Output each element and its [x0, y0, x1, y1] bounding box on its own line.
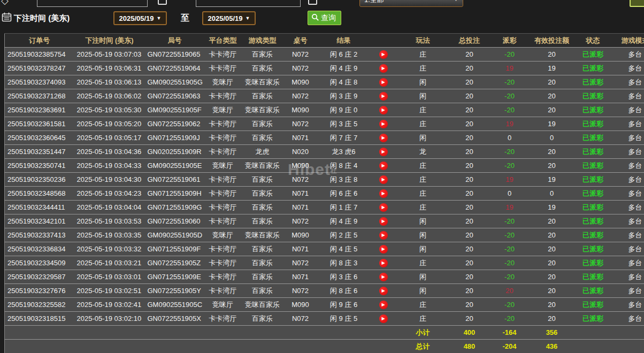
valid-bet-cell: 19	[530, 201, 574, 214]
replay-cell: ▶	[371, 270, 396, 284]
platform-cell: 竞咪厅	[205, 298, 241, 312]
order-cell: 250519032344411	[5, 201, 74, 214]
game-cell: 百家乐	[241, 62, 284, 75]
time-cell: 2025-05-19 03:05:17	[74, 131, 145, 145]
play-icon[interactable]: ▶	[379, 50, 388, 59]
platform-cell: 卡卡湾厅	[205, 173, 241, 187]
game-cell: 百家乐	[241, 242, 284, 256]
play-icon[interactable]: ▶	[379, 314, 388, 323]
play-icon[interactable]: ▶	[379, 217, 388, 226]
table-row: 250519032350741 2025-05-19 03:04:33 GM09…	[5, 159, 644, 173]
payout-cell: -20	[489, 312, 530, 326]
platform-cell: 卡卡湾厅	[205, 187, 241, 201]
time-cell: 2025-05-19 03:07:03	[74, 48, 145, 62]
play-type-cell: 庄	[396, 256, 450, 270]
mode-cell: 多台	[612, 312, 644, 326]
round-cell: GN0712551909E	[145, 270, 205, 284]
play-icon[interactable]: ▶	[379, 162, 388, 170]
result-cell: 闲 9 庄 0	[317, 103, 371, 117]
round-cell: GM0902551905G	[145, 75, 205, 89]
payout-cell: 20	[489, 284, 530, 298]
col-order: 订单号	[5, 34, 74, 48]
total-valid: 436	[530, 340, 574, 353]
play-icon[interactable]: ▶	[379, 92, 388, 101]
valid-bet-cell: 20	[530, 214, 574, 228]
play-icon[interactable]: ▶	[379, 203, 388, 212]
replay-cell: ▶	[371, 117, 396, 131]
play-type-cell: 庄	[396, 312, 450, 326]
play-type-cell: 闲	[396, 228, 450, 242]
list-icon-small	[308, 0, 317, 5]
valid-bet-cell: 19	[530, 62, 574, 75]
play-icon[interactable]: ▶	[379, 245, 388, 254]
filter-bar: ◇ 1.全部 ▼ 下注时间 (美东) 2025/05/19 ▼ 至 2025/0…	[0, 0, 644, 33]
play-type-cell: 庄	[396, 173, 450, 187]
bet-cell: 20	[450, 270, 489, 284]
time-cell: 2025-05-19 03:04:04	[74, 201, 145, 214]
play-icon[interactable]: ▶	[379, 134, 388, 142]
query-button[interactable]: 查询	[308, 11, 341, 25]
order-cell: 250519032385754	[5, 48, 74, 62]
table-row: 250519032350236 2025-05-19 03:04:30 GN07…	[5, 173, 644, 187]
play-icon[interactable]: ▶	[379, 64, 388, 73]
game-cell: 百家乐	[241, 131, 284, 145]
play-icon[interactable]: ▶	[379, 189, 388, 198]
bet-time-label: 下注时间 (美东)	[14, 13, 70, 24]
time-cell: 2025-05-19 03:03:32	[74, 242, 145, 256]
table-no-cell: N071	[284, 242, 317, 256]
order-cell: 250519032378247	[5, 62, 74, 75]
table-no-cell: N072	[284, 256, 317, 270]
play-icon[interactable]: ▶	[379, 273, 388, 281]
bet-cell: 20	[450, 48, 489, 62]
platform-cell: 卡卡湾厅	[205, 214, 241, 228]
round-cell: GN07225519063	[145, 89, 205, 103]
table-row: 250519032385754 2025-05-19 03:07:03 GN07…	[5, 48, 644, 62]
col-platform: 平台类型	[205, 34, 241, 48]
time-cell: 2025-05-19 03:03:53	[74, 214, 145, 228]
col-table-no: 桌号	[284, 34, 317, 48]
subtotal-label: 小计	[396, 326, 450, 340]
top-right-button-fragment[interactable]	[630, 0, 644, 7]
play-icon[interactable]: ▶	[379, 78, 388, 87]
platform-cell: 竞咪厅	[205, 159, 241, 173]
table-no-cell: N072	[284, 284, 317, 298]
result-cell: 闲 3 庄 8	[317, 173, 371, 187]
play-icon[interactable]: ▶	[379, 287, 388, 295]
play-icon[interactable]: ▶	[379, 259, 388, 267]
result-cell: 闲 6 庄 6	[317, 187, 371, 201]
platform-type-select[interactable]: 1.全部 ▼	[359, 0, 463, 7]
platform-cell: 卡卡湾厅	[205, 256, 241, 270]
bet-cell: 20	[450, 256, 489, 270]
table-no-cell: N072	[284, 62, 317, 75]
mode-cell: 多台	[612, 298, 644, 312]
replay-cell: ▶	[371, 62, 396, 75]
result-cell: 闲 1 庄 7	[317, 201, 371, 214]
round-cell: GN0712551909F	[145, 242, 205, 256]
filter-input-1[interactable]	[37, 0, 148, 7]
date-from-select[interactable]: 2025/05/19 ▼	[113, 11, 167, 25]
round-cell: GN07225519061	[145, 173, 205, 187]
game-cell: 百家乐	[241, 312, 284, 326]
game-cell: 百家乐	[241, 173, 284, 187]
payout-cell: -20	[489, 256, 530, 270]
col-status: 状态	[574, 34, 612, 48]
round-cell: GN07225519065	[145, 48, 205, 62]
table-row: 250519032363691 2025-05-19 03:05:30 GM09…	[5, 103, 644, 117]
play-icon[interactable]: ▶	[379, 148, 388, 156]
query-button-label: 查询	[321, 13, 336, 23]
play-icon[interactable]: ▶	[379, 231, 388, 240]
table-no-cell: N071	[284, 270, 317, 284]
play-icon[interactable]: ▶	[379, 301, 388, 309]
platform-cell: 竞咪厅	[205, 103, 241, 117]
bet-cell: 20	[450, 228, 489, 242]
date-to-select[interactable]: 2025/05/19 ▼	[202, 11, 256, 25]
platform-cell: 卡卡湾厅	[205, 131, 241, 145]
table-no-cell: N071	[284, 131, 317, 145]
play-icon[interactable]: ▶	[379, 106, 388, 114]
play-icon[interactable]: ▶	[379, 120, 388, 128]
platform-cell: 卡卡湾厅	[205, 62, 241, 75]
time-cell: 2025-05-19 03:04:33	[74, 159, 145, 173]
filter-input-2[interactable]	[196, 0, 301, 7]
play-icon[interactable]: ▶	[379, 175, 388, 184]
round-cell: GN0722551905Z	[145, 256, 205, 270]
